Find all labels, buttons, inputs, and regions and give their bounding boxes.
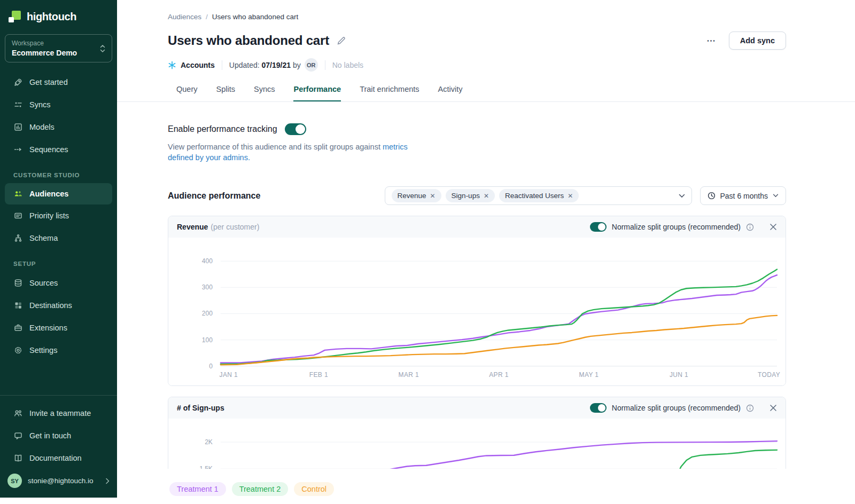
- chat-icon: [13, 431, 22, 440]
- svg-text:200: 200: [202, 310, 213, 317]
- legend-pill-treatment-2: Treatment 2: [232, 482, 289, 496]
- split-group-legend: Treatment 1 Treatment 2 Control: [117, 469, 855, 504]
- chip-remove-icon[interactable]: ✕: [484, 193, 489, 199]
- time-range-selector[interactable]: Past 6 months: [700, 186, 787, 205]
- updated-by-avatar: OR: [305, 58, 318, 72]
- documentation-item[interactable]: Documentation: [0, 447, 117, 469]
- chevron-up-down-icon: [100, 44, 105, 53]
- hightouch-logo[interactable]: hightouch: [0, 0, 117, 31]
- sidebar-item-settings[interactable]: Settings: [0, 339, 117, 361]
- breadcrumb-current: Users who abandoned cart: [212, 13, 298, 21]
- enable-performance-toggle[interactable]: [285, 123, 306, 135]
- sidebar-item-label: Extensions: [29, 324, 67, 332]
- syncs-icon: [13, 100, 22, 109]
- info-icon[interactable]: [746, 404, 754, 412]
- workspace-value: Ecommerce Demo: [12, 49, 77, 57]
- svg-text:MAY 1: MAY 1: [579, 371, 599, 379]
- svg-text:MAR 1: MAR 1: [399, 371, 419, 379]
- user-menu[interactable]: SY stonie@hightouch.io: [0, 469, 117, 493]
- sidebar-item-sequences[interactable]: Sequences: [0, 138, 117, 161]
- metric-chip-revenue: Revenue✕: [392, 189, 441, 202]
- info-icon[interactable]: [746, 223, 754, 231]
- sequences-icon: [13, 145, 22, 154]
- sidebar-item-label: Sequences: [29, 145, 68, 154]
- edit-title-button[interactable]: [337, 36, 346, 45]
- sidebar-item-label: Syncs: [29, 100, 51, 109]
- normalize-label: Normalize split groups (recommended): [612, 223, 741, 231]
- breadcrumb-separator: /: [206, 13, 208, 21]
- labels-placeholder: No labels: [332, 61, 363, 69]
- more-options-button[interactable]: •••: [706, 35, 717, 47]
- updated-by-word: by: [293, 61, 301, 69]
- svg-text:300: 300: [202, 284, 213, 291]
- sidebar-item-sources[interactable]: Sources: [0, 272, 117, 294]
- chip-remove-icon[interactable]: ✕: [568, 193, 573, 199]
- sidebar-item-label: Destinations: [29, 301, 72, 310]
- models-icon: [13, 123, 22, 132]
- workspace-label: Workspace: [12, 40, 77, 47]
- sidebar-item-extensions[interactable]: Extensions: [0, 317, 117, 339]
- close-icon[interactable]: [770, 223, 777, 231]
- updated-prefix: Updated:: [229, 61, 260, 69]
- sidebar-item-label: Schema: [29, 234, 58, 242]
- chart-subtitle: (per customer): [211, 223, 259, 231]
- sidebar-item-label: Settings: [29, 346, 57, 355]
- sidebar-item-get-started[interactable]: Get started: [0, 71, 117, 93]
- user-email: stonie@hightouch.io: [28, 477, 99, 485]
- updated-date: 07/19/21: [262, 61, 291, 69]
- audiences-icon: [13, 190, 22, 199]
- add-sync-button[interactable]: Add sync: [729, 32, 786, 50]
- gear-icon: [13, 346, 22, 355]
- sidebar-item-models[interactable]: Models: [0, 116, 117, 138]
- workspace-selector[interactable]: Workspace Ecommerce Demo: [5, 34, 112, 62]
- sidebar-item-label: Audiences: [29, 190, 68, 198]
- svg-text:FEB 1: FEB 1: [309, 371, 328, 379]
- normalize-toggle[interactable]: [590, 403, 607, 413]
- chevron-right-icon: [105, 478, 110, 484]
- sidebar-item-destinations[interactable]: Destinations: [0, 294, 117, 317]
- footer-item-label: Documentation: [29, 454, 82, 462]
- sidebar-section-customer-studio: CUSTOMER STUDIO: [0, 161, 117, 183]
- sidebar-item-syncs[interactable]: Syncs: [0, 93, 117, 116]
- source-name: Accounts: [181, 61, 215, 69]
- avatar: SY: [7, 474, 22, 488]
- svg-text:0: 0: [209, 363, 213, 370]
- sidebar-item-label: Get started: [29, 78, 68, 86]
- sidebar-item-label: Priority lists: [29, 211, 69, 220]
- chart-title: # of Sign-ups: [177, 404, 224, 412]
- priority-lists-icon: [13, 211, 22, 220]
- divider: [325, 60, 325, 70]
- tab-splits[interactable]: Splits: [216, 85, 235, 101]
- normalize-toggle[interactable]: [590, 222, 607, 232]
- breadcrumb-audiences[interactable]: Audiences: [168, 13, 201, 21]
- tab-bar: Query Splits Syncs Performance Trait enr…: [117, 85, 855, 102]
- sources-icon: [13, 279, 22, 288]
- audience-performance-title: Audience performance: [168, 191, 260, 201]
- chevron-down-icon: [679, 194, 685, 198]
- breadcrumb: Audiences / Users who abandoned cart: [117, 0, 855, 21]
- get-in-touch-item[interactable]: Get in touch: [0, 424, 117, 447]
- tab-activity[interactable]: Activity: [438, 85, 463, 101]
- sidebar-footer: Invite a teammate Get in touch Documenta…: [0, 395, 117, 498]
- normalize-label: Normalize split groups (recommended): [612, 404, 741, 412]
- rocket-icon: [13, 78, 22, 87]
- close-icon[interactable]: [770, 404, 777, 412]
- time-range-value: Past 6 months: [720, 192, 768, 200]
- performance-description: View performance of this audience and it…: [168, 141, 409, 163]
- tab-syncs[interactable]: Syncs: [254, 85, 275, 101]
- revenue-line-chart: 0100200300400JAN 1FEB 1MAR 1APR 1MAY 1JU…: [168, 238, 786, 385]
- sidebar-item-schema[interactable]: Schema: [0, 227, 117, 249]
- enable-performance-label: Enable performance tracking: [168, 124, 277, 134]
- tab-query[interactable]: Query: [176, 85, 198, 101]
- tab-trait-enrichments[interactable]: Trait enrichments: [360, 85, 419, 101]
- schema-icon: [13, 234, 22, 243]
- pencil-icon: [337, 36, 346, 45]
- tab-performance[interactable]: Performance: [293, 85, 341, 101]
- chip-remove-icon[interactable]: ✕: [430, 193, 436, 199]
- metric-multiselect[interactable]: Revenue✕ Sign-ups✕ Reactivated Users✕: [385, 186, 692, 205]
- snowflake-icon: [168, 61, 176, 69]
- metric-chip-signups: Sign-ups✕: [446, 189, 495, 202]
- sidebar-item-priority-lists[interactable]: Priority lists: [0, 204, 117, 227]
- sidebar-item-audiences[interactable]: Audiences: [5, 183, 112, 204]
- invite-teammate-item[interactable]: Invite a teammate: [0, 402, 117, 424]
